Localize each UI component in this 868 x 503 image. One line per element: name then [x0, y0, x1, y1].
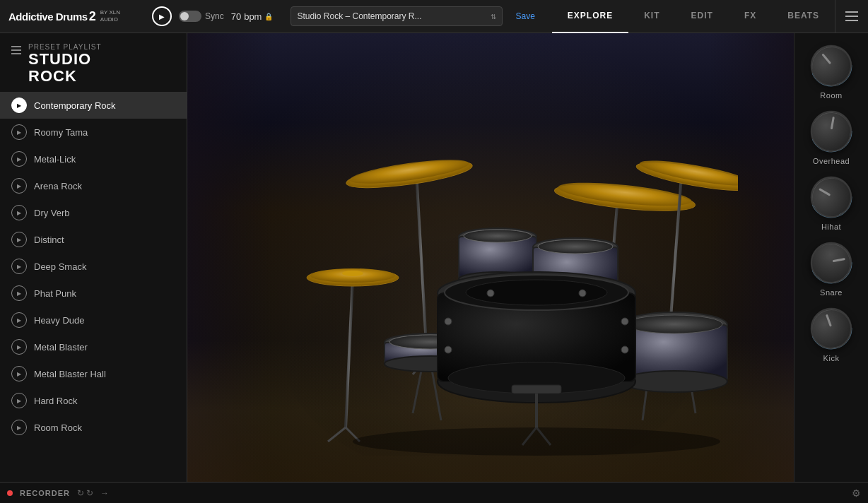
forward-arrow-icon[interactable]: → — [100, 488, 109, 498]
playlist-item-7[interactable]: ▶Phat Punk — [0, 280, 187, 307]
hamburger-line-3 — [845, 20, 858, 21]
play-circle-5: ▶ — [11, 232, 27, 247]
playlist-item-6[interactable]: ▶Deep Smack — [0, 253, 187, 280]
playlist-item-11[interactable]: ▶Hard Rock — [0, 387, 187, 414]
playlist-item-label-8: Heavy Dude — [34, 315, 85, 326]
nav-tabs: EXPLOREKITEDITFXBEATS — [552, 0, 835, 33]
play-circle-1: ▶ — [11, 124, 27, 140]
bar-3 — [11, 53, 21, 54]
svg-point-52 — [445, 318, 452, 325]
svg-point-57 — [579, 290, 586, 297]
playlist-item-label-0: Contemporary Rock — [34, 100, 116, 111]
lock-icon: 🔒 — [264, 13, 273, 20]
sync-area: Sync — [179, 11, 224, 22]
svg-point-6 — [342, 271, 363, 276]
hamburger-line-2 — [845, 16, 858, 17]
sync-toggle[interactable] — [179, 11, 201, 22]
sidebar-title-area: Preset playlist STUDIO ROCK — [28, 43, 175, 85]
playlist-item-label-6: Deep Smack — [34, 261, 86, 272]
knob-ring-room — [809, 43, 854, 88]
drum-kit-container — [187, 33, 794, 482]
knob-ring-snare — [809, 240, 854, 285]
playlist-item-8[interactable]: ▶Heavy Dude — [0, 307, 187, 333]
playlist-item-label-2: Metal-Lick — [34, 154, 76, 165]
knob-ring-kick — [809, 306, 854, 351]
tab-beats[interactable]: BEATS — [772, 0, 835, 33]
playlist-item-label-4: Dry Verb — [34, 208, 70, 218]
play-button[interactable]: ▶ — [152, 6, 172, 26]
tab-edit[interactable]: EDIT — [676, 0, 729, 33]
play-circle-9: ▶ — [11, 339, 27, 355]
playlist-items: ▶Contemporary Rock▶Roomy Tama▶Metal-Lick… — [0, 92, 187, 441]
tab-explore[interactable]: EXPLORE — [552, 0, 628, 33]
hamburger-button[interactable] — [835, 0, 868, 33]
brand-sub: BY XLN AUDIO — [100, 9, 120, 23]
tab-fx[interactable]: FX — [729, 0, 772, 33]
brand-audio: AUDIO — [100, 16, 120, 23]
svg-point-53 — [445, 346, 452, 353]
playlist-item-label-5: Distinct — [34, 235, 64, 245]
playlist-item-2[interactable]: ▶Metal-Lick — [0, 146, 187, 172]
loop-icon-2[interactable]: ↻ — [86, 488, 93, 498]
svg-point-55 — [621, 346, 628, 353]
playlist-item-label-7: Phat Punk — [34, 288, 76, 299]
bar-2 — [11, 49, 21, 51]
playlist-item-12[interactable]: ▶Room Rock — [0, 414, 187, 441]
app-version: 2 — [89, 9, 96, 24]
loop-icons: ↻ ↻ — [77, 488, 93, 498]
drum-area — [187, 33, 794, 482]
svg-rect-48 — [512, 385, 561, 393]
play-circle-12: ▶ — [11, 420, 27, 435]
playlist-item-label-1: Roomy Tama — [34, 127, 88, 138]
knob-label-kick: Kick — [823, 354, 840, 362]
tab-kit[interactable]: KIT — [628, 0, 675, 33]
preset-value: Studio Rock – Contemporary R... — [297, 11, 421, 21]
playlist-item-9[interactable]: ▶Metal Blaster — [0, 333, 187, 360]
hamburger-line-1 — [845, 11, 858, 13]
knobs-panel: RoomOverheadHihatSnareKick — [794, 33, 868, 482]
playlist-item-label-11: Hard Rock — [34, 396, 77, 406]
transport-area: ▶ Sync 70 bpm 🔒 — [141, 6, 283, 26]
playlist-item-10[interactable]: ▶Metal Blaster Hall — [0, 360, 187, 387]
top-navigation: Addictive Drums 2 BY XLN AUDIO ▶ Sync 70… — [0, 0, 868, 33]
playlist-title-line2: ROCK — [28, 67, 77, 85]
bpm-value: 70 — [231, 11, 241, 22]
knob-label-snare: Snare — [820, 288, 843, 297]
knob-label-room: Room — [820, 91, 842, 100]
knob-ring-overhead — [809, 109, 854, 154]
playlist-item-3[interactable]: ▶Arena Rock — [0, 172, 187, 199]
sync-label: Sync — [205, 11, 224, 21]
svg-point-41 — [538, 239, 613, 254]
logo-area: Addictive Drums 2 BY XLN AUDIO — [0, 9, 141, 24]
playlist-item-5[interactable]: ▶Distinct — [0, 226, 187, 253]
play-circle-0: ▶ — [11, 97, 27, 113]
loop-icon-1[interactable]: ↻ — [77, 488, 84, 498]
play-circle-2: ▶ — [11, 151, 27, 167]
bottom-right: ⚙ — [852, 487, 861, 499]
brand-by: BY XLN — [100, 9, 120, 16]
play-circle-8: ▶ — [11, 312, 27, 328]
main-content: Preset playlist STUDIO ROCK ▶Contemporar… — [0, 33, 868, 482]
knob-item-kick: Kick — [809, 303, 854, 365]
chevron-up-down-icon: ⇅ — [491, 13, 496, 20]
preset-selector[interactable]: Studio Rock – Contemporary R... ⇅ — [291, 6, 503, 26]
playlist-item-0[interactable]: ▶Contemporary Rock — [0, 92, 187, 119]
save-button[interactable]: Save — [510, 11, 540, 21]
settings-icon[interactable]: ⚙ — [852, 487, 861, 499]
playlist-title: STUDIO ROCK — [28, 51, 175, 85]
app-name: Addictive Drums — [8, 11, 88, 23]
svg-point-56 — [487, 290, 494, 297]
playlist-item-label-12: Room Rock — [34, 422, 82, 433]
playlist-item-label-3: Arena Rock — [34, 181, 82, 191]
knob-item-hihat: Hihat — [809, 172, 854, 234]
playlist-item-4[interactable]: ▶Dry Verb — [0, 199, 187, 226]
bpm-area: 70 bpm 🔒 — [231, 11, 274, 22]
play-circle-3: ▶ — [11, 178, 27, 194]
playlist-item-1[interactable]: ▶Roomy Tama — [0, 119, 187, 146]
knob-item-room: Room — [809, 40, 854, 102]
play-circle-10: ▶ — [11, 366, 27, 381]
playlist-item-label-9: Metal Blaster — [34, 342, 88, 353]
svg-point-54 — [621, 318, 628, 325]
knob-label-hihat: Hihat — [821, 223, 841, 231]
bar-1 — [11, 46, 21, 47]
